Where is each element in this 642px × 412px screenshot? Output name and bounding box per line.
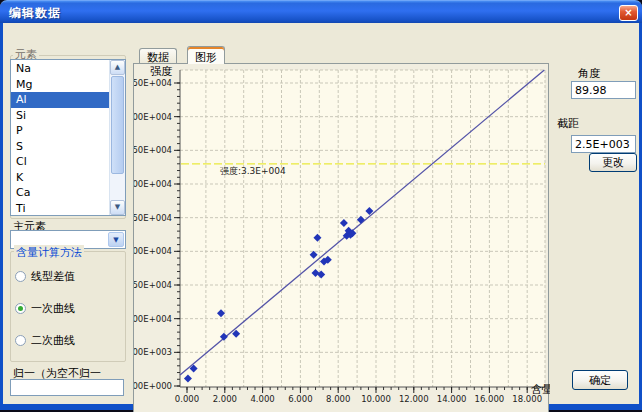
list-item-ti[interactable]: Ti [11,201,110,217]
list-item-s[interactable]: S [11,139,110,155]
element-list: NaMgAlSiPSClKCaTi [11,61,110,216]
normalize-input[interactable] [10,379,124,396]
y-tick-label: 3.50E+004 [134,145,172,155]
scroll-up-icon[interactable]: ▲ [110,60,125,75]
radio-label: 二次曲线 [31,333,75,348]
radio-label: 线型差值 [31,269,75,284]
tab-data[interactable]: 数据 [139,48,177,64]
scroll-down-icon[interactable]: ▼ [110,200,125,215]
y-tick-label: 0.00E+000 [134,381,172,391]
intercept-label: 截距 [557,116,579,131]
tab-strip: 数据图形 [133,46,549,64]
method-group-label: 含量计算方法 [14,245,84,260]
x-tick-label: 4.000 [250,394,274,404]
angle-label: 角度 [578,66,600,81]
y-tick-label: 4.00E+004 [134,112,172,122]
list-item-cl[interactable]: Cl [11,154,110,170]
tab-control: 数据图形 0.0002.0004.0006.0008.00010.00012.0… [133,46,549,412]
radio-method-2[interactable]: 二次曲线 [15,333,75,347]
angle-input[interactable] [571,81,636,99]
intercept-input[interactable] [571,135,636,153]
radio-label: 一次曲线 [31,301,75,316]
list-item-al[interactable]: Al [11,92,110,108]
x-tick-label: 12.000 [399,394,429,404]
chart-tab-page: 0.0002.0004.0006.0008.00010.00012.00014.… [133,63,549,412]
element-listbox[interactable]: NaMgAlSiPSClKCaTi ▲ ▼ [10,59,126,216]
x-axis-title: 含量 [531,383,550,396]
y-tick-label: 2.50E+004 [134,213,172,223]
list-item-p[interactable]: P [11,123,110,139]
x-tick-label: 6.000 [288,394,312,404]
chevron-down-icon[interactable]: ▼ [108,232,124,247]
y-tick-label: 1.50E+004 [134,280,172,290]
list-item-k[interactable]: K [11,170,110,186]
dialog-body: 元素 NaMgAlSiPSClKCaTi ▲ ▼ 主元素 ▼ 含量计算方法 线型… [0,23,642,410]
y-tick-label: 4.50E+004 [134,78,172,88]
x-tick-label: 8.000 [326,394,350,404]
scrollbar-thumb[interactable] [111,76,124,174]
change-button[interactable]: 更改 [589,153,637,172]
x-tick-label: 16.000 [475,394,505,404]
x-tick-label: 10.000 [361,394,391,404]
x-tick-label: 2.000 [213,394,237,404]
window-title: 编辑数据 [9,5,61,22]
radio-method-1[interactable]: 一次曲线 [15,301,75,315]
y-tick-label: 3.00E+004 [134,179,172,189]
y-tick-label: 1.00E+004 [134,314,172,324]
edit-data-dialog: 编辑数据 × 元素 NaMgAlSiPSClKCaTi ▲ ▼ 主元素 ▼ [0,0,642,410]
list-item-na[interactable]: Na [11,61,110,77]
radio-method-0[interactable]: 线型差值 [15,269,75,283]
tab-graph[interactable]: 图形 [187,46,225,64]
plot-area [180,70,545,387]
radio-selected-icon[interactable] [15,303,26,314]
list-item-si[interactable]: Si [11,108,110,124]
y-tick-label: 5.00E+003 [134,347,172,357]
intensity-marker-label: 强度:3.3E+004 [220,166,286,176]
ok-button[interactable]: 确定 [572,370,628,390]
x-tick-label: 14.000 [437,394,467,404]
radio-icon[interactable] [15,335,26,346]
listbox-scrollbar[interactable]: ▲ ▼ [109,60,125,215]
close-icon[interactable]: × [619,5,638,21]
x-tick-label: 0.000 [175,394,199,404]
y-tick-label: 2.00E+004 [134,246,172,256]
screen: 编辑数据 × 元素 NaMgAlSiPSClKCaTi ▲ ▼ 主元素 ▼ [0,0,642,412]
list-item-mg[interactable]: Mg [11,77,110,93]
title-bar[interactable]: 编辑数据 × [0,0,642,23]
radio-icon[interactable] [15,271,26,282]
list-item-ca[interactable]: Ca [11,185,110,201]
calibration-chart[interactable]: 0.0002.0004.0006.0008.00010.00012.00014.… [134,64,550,412]
y-axis-title: 强度 [150,65,172,78]
